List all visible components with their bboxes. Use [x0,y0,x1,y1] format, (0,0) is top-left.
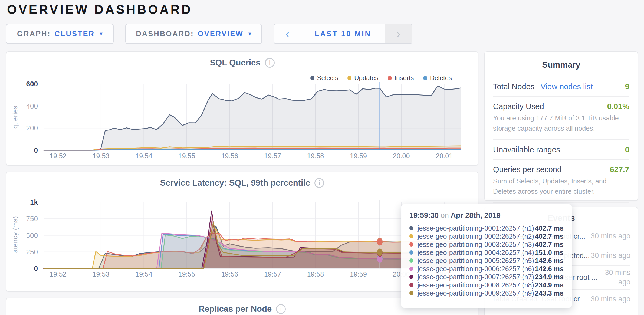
tooltip-node-name: jesse-geo-partitioning-0001:26257 (n1) [418,224,535,232]
series-dot-icon [409,267,413,271]
tooltip-rows: jesse-geo-partitioning-0001:26257 (n1)40… [409,224,564,297]
svg-text:0: 0 [34,264,38,273]
series-dot-icon [409,275,413,279]
svg-text:19:56: 19:56 [221,152,238,160]
dashboard-dropdown-value: OVERVIEW [198,30,244,38]
capacity-value: 0.01% [607,102,629,111]
svg-text:19:52: 19:52 [50,270,67,278]
time-range-widget: ‹ LAST 10 MIN › [274,24,412,44]
event-time: 30 mins ago [597,268,630,287]
svg-text:19:53: 19:53 [93,270,110,278]
svg-text:19:57: 19:57 [264,270,281,278]
dashboard-dropdown[interactable]: DASHBOARD: OVERVIEW ▾ [125,24,262,44]
capacity-caption: You are using 177.7 MiB of 3.1 TiB usabl… [493,113,629,139]
svg-text:19:54: 19:54 [135,270,152,278]
time-next-button[interactable]: › [385,24,412,43]
tooltip-timestamp: 19:59:30 on Apr 28th, 2019 [409,211,564,220]
tooltip-row: jesse-geo-partitioning-0007:26257 (n7)23… [409,273,564,281]
chevron-down-icon: ▾ [100,30,103,37]
view-nodes-list-link[interactable]: View nodes list [541,82,593,91]
qps-label: Queries per second [493,165,561,174]
svg-text:20:00: 20:00 [393,152,410,160]
time-prev-button[interactable]: ‹ [274,24,301,43]
tooltip-node-value: 234.9 ms [535,273,564,281]
capacity-label: Capacity Used [493,102,544,111]
tooltip-row: jesse-geo-partitioning-0008:26257 (n8)23… [409,281,564,289]
tooltip-row: jesse-geo-partitioning-0003:26257 (n3)40… [409,240,564,248]
graph-dropdown-label: GRAPH: [17,30,51,38]
tooltip-node-name: jesse-geo-partitioning-0003:26257 (n3) [418,241,535,248]
tooltip-node-value: 234.9 ms [535,281,564,289]
svg-text:200: 200 [26,124,38,132]
tooltip-row: jesse-geo-partitioning-0002:26257 (n2)40… [409,232,564,240]
tooltip-node-value: 243.3 ms [535,289,564,297]
svg-text:19:57: 19:57 [264,152,281,160]
time-range-selector[interactable]: LAST 10 MIN [301,24,385,43]
svg-text:19:59: 19:59 [350,270,367,278]
svg-text:600: 600 [26,80,38,88]
svg-text:19:58: 19:58 [307,152,324,160]
svg-text:750: 750 [26,215,38,223]
svg-text:19:55: 19:55 [178,152,195,160]
tooltip-node-name: jesse-geo-partitioning-0008:26257 (n8) [418,281,535,289]
svg-text:1k: 1k [30,198,38,206]
series-dot-icon [409,291,413,295]
tooltip-node-value: 402.7 ms [535,232,564,240]
chevron-left-icon: ‹ [285,28,289,40]
tooltip-row: jesse-geo-partitioning-0004:26257 (n4)15… [409,248,564,257]
event-row[interactable]: Table Created: User root cr...30 mins ag… [492,309,630,315]
tooltip-row: jesse-geo-partitioning-0005:26257 (n5)14… [409,257,564,265]
chevron-down-icon: ▾ [248,30,251,37]
tooltip-row: jesse-geo-partitioning-0006:26257 (n6)14… [409,265,564,273]
qps-value: 627.7 [610,165,629,174]
total-nodes-label: Total Nodes [493,82,534,91]
event-time: 30 mins ago [590,314,630,315]
page-title: OVERVIEW DASHBOARD [7,2,192,17]
series-dot-icon [409,226,413,230]
tooltip-node-name: jesse-geo-partitioning-0009:26257 (n9) [418,289,535,297]
replicas-title: Replicas per Node [199,304,272,314]
total-nodes-row: Total Nodes View nodes list 9 [493,77,629,96]
chart-hover-tooltip: 19:59:30 on Apr 28th, 2019 jesse-geo-par… [401,204,572,308]
unavailable-ranges-value: 0 [625,145,629,154]
dashboard-dropdown-label: DASHBOARD: [136,30,194,38]
series-dot-icon [409,283,413,287]
total-nodes-value: 9 [625,82,629,91]
svg-text:19:53: 19:53 [93,152,110,160]
event-time: 30 mins ago [590,251,630,260]
tooltip-node-value: 151.0 ms [535,249,564,257]
svg-text:19:59: 19:59 [350,152,367,160]
tooltip-node-name: jesse-geo-partitioning-0007:26257 (n7) [418,273,535,281]
unavailable-ranges-row: Unavailable ranges 0 [493,140,629,159]
event-time: 30 mins ago [590,231,630,241]
tooltip-node-value: 402.7 ms [535,224,564,232]
svg-text:queries: queries [11,106,19,129]
tooltip-node-name: jesse-geo-partitioning-0006:26257 (n6) [418,265,535,273]
tooltip-node-name: jesse-geo-partitioning-0005:26257 (n5) [418,257,535,265]
tooltip-node-value: 142.6 ms [535,257,564,265]
svg-text:latency (ms): latency (ms) [11,216,19,255]
series-dot-icon [409,250,413,255]
qps-caption: Sum of Selects, Updates, Inserts, and De… [493,176,629,202]
svg-text:19:52: 19:52 [50,152,67,160]
tooltip-row: jesse-geo-partitioning-0009:26257 (n9)24… [409,289,564,297]
graph-dropdown-value: CLUSTER [54,30,95,38]
tooltip-node-value: 142.6 ms [535,265,564,273]
unavailable-ranges-label: Unavailable ranges [493,145,560,154]
series-dot-icon [409,242,413,247]
svg-text:20:01: 20:01 [436,152,453,160]
info-icon[interactable]: i [276,304,286,314]
series-dot-icon [409,234,413,238]
svg-text:500: 500 [26,231,38,239]
svg-text:19:56: 19:56 [221,270,238,278]
tooltip-row: jesse-geo-partitioning-0001:26257 (n1)40… [409,224,564,232]
sql-queries-chart[interactable]: 19:5219:5319:5419:5519:5619:5719:5819:59… [6,52,478,165]
summary-panel: Summary Total Nodes View nodes list 9 Ca… [484,51,638,201]
svg-text:19:54: 19:54 [135,152,152,160]
svg-text:400: 400 [26,102,38,110]
graph-dropdown[interactable]: GRAPH: CLUSTER ▾ [6,24,114,44]
tooltip-node-value: 402.7 ms [535,241,564,248]
summary-title: Summary [485,52,638,70]
chevron-right-icon: › [397,28,400,40]
tooltip-node-name: jesse-geo-partitioning-0002:26257 (n2) [418,232,535,240]
